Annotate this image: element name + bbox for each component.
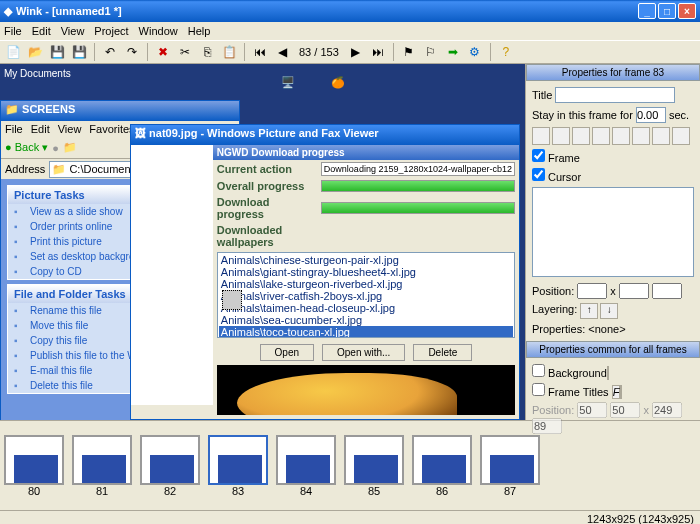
frametitles-checkbox[interactable] <box>532 383 545 396</box>
stay-input[interactable] <box>636 107 666 123</box>
thumb: 87 <box>480 435 540 497</box>
posy-input[interactable] <box>619 283 649 299</box>
tool-icon[interactable] <box>652 127 670 145</box>
canvas[interactable]: My Documents 🖥️ 🍊 📁 SCREENS File Edit Vi… <box>0 64 525 420</box>
menu-help[interactable]: Help <box>188 25 211 37</box>
posw-input[interactable] <box>652 283 682 299</box>
dl-item[interactable]: Animals\chinese-sturgeon-pair-xl.jpg <box>219 254 513 266</box>
titlebar: ◆ Wink - [unnamed1 *] _ □ × <box>0 0 700 22</box>
layer-down-button[interactable]: ↓ <box>600 303 618 319</box>
pos2-x[interactable] <box>577 402 607 418</box>
export-icon[interactable]: ➡ <box>444 43 462 61</box>
exp-menu-fav[interactable]: Favorites <box>89 123 134 135</box>
copy-icon[interactable]: ⎘ <box>198 43 216 61</box>
explorer-title: 📁 SCREENS <box>1 101 239 121</box>
frame-counter: 83 / 153 <box>295 46 343 58</box>
pos2-h[interactable] <box>532 418 562 434</box>
dl-item[interactable]: Animals\giant-stingray-bluesheet4-xl.jpg <box>219 266 513 278</box>
desktop-icon-1: 🖥️ <box>270 76 306 112</box>
prev-icon[interactable]: ◀ <box>273 43 291 61</box>
download-list[interactable]: Animals\chinese-sturgeon-pair-xl.jpg Ani… <box>217 252 515 338</box>
flag2-icon[interactable]: ⚐ <box>422 43 440 61</box>
menu-file[interactable]: File <box>4 25 22 37</box>
redo-icon[interactable]: ↷ <box>123 43 141 61</box>
app-title: Wink - [unnamed1 *] <box>16 5 122 17</box>
openwith-button[interactable]: Open with... <box>322 344 405 361</box>
minimize-button[interactable]: _ <box>638 3 656 19</box>
properties-value: <none> <box>588 323 625 335</box>
tool-icon[interactable] <box>612 127 630 145</box>
maximize-button[interactable]: □ <box>658 3 676 19</box>
menubar: File Edit View Project Window Help <box>0 22 700 40</box>
tool-icon[interactable] <box>572 127 590 145</box>
last-icon[interactable]: ⏭ <box>369 43 387 61</box>
statusbar: 1243x925 (1243x925) <box>0 510 700 524</box>
download-progressbar <box>321 202 515 214</box>
main-area: My Documents 🖥️ 🍊 📁 SCREENS File Edit Vi… <box>0 64 700 420</box>
frame-checkbox[interactable] <box>532 149 545 162</box>
exp-menu-edit[interactable]: Edit <box>31 123 50 135</box>
cursor-checkbox[interactable] <box>532 168 545 181</box>
toolbar: 📄 📂 💾 💾 ↶ ↷ ✖ ✂ ⎘ 📋 ⏮ ◀ 83 / 153 ▶ ⏭ ⚑ ⚐… <box>0 40 700 64</box>
delete-button[interactable]: Delete <box>413 344 472 361</box>
download-label: Download progress <box>217 196 317 220</box>
tool-icon[interactable] <box>672 127 690 145</box>
delete-icon[interactable]: ✖ <box>154 43 172 61</box>
overall-progressbar <box>321 180 515 192</box>
pos2-y[interactable] <box>610 402 640 418</box>
posx-input[interactable] <box>577 283 607 299</box>
undo-icon[interactable]: ↶ <box>101 43 119 61</box>
title-input[interactable] <box>555 87 675 103</box>
color-button[interactable] <box>620 385 622 399</box>
exp-menu-view[interactable]: View <box>58 123 82 135</box>
dl-item[interactable]: Animals\river-catfish-2boys-xl.jpg <box>219 290 513 302</box>
layer-up-button[interactable]: ↑ <box>580 303 598 319</box>
position-label: Position: <box>532 285 574 297</box>
new-icon[interactable]: 📄 <box>4 43 22 61</box>
frame-list-area[interactable] <box>532 187 694 277</box>
close-button[interactable]: × <box>678 3 696 19</box>
thumb-selected: 83 <box>208 435 268 497</box>
cut-icon[interactable]: ✂ <box>176 43 194 61</box>
pos2-w[interactable] <box>652 402 682 418</box>
menu-edit[interactable]: Edit <box>32 25 51 37</box>
save-icon[interactable]: 💾 <box>48 43 66 61</box>
paste-icon[interactable]: 📋 <box>220 43 238 61</box>
help-icon[interactable]: ? <box>497 43 515 61</box>
picviewer-left <box>131 145 213 405</box>
fwd-button[interactable]: ● <box>52 142 59 154</box>
dl-item[interactable]: Animals\sea-cucumber-xl.jpg <box>219 314 513 326</box>
menu-view[interactable]: View <box>61 25 85 37</box>
download-title: NGWD Download progress <box>213 145 519 160</box>
image-preview <box>217 365 515 415</box>
tool-icon[interactable] <box>592 127 610 145</box>
dl-item-selected[interactable]: Animals\toco-toucan-xl.jpg <box>219 326 513 338</box>
tool-icon[interactable] <box>632 127 650 145</box>
menu-window[interactable]: Window <box>139 25 178 37</box>
dl-item[interactable]: Animals\taimen-head-closeup-xl.jpg <box>219 302 513 314</box>
tool-icon[interactable] <box>552 127 570 145</box>
cursor-marker[interactable] <box>222 290 242 310</box>
thumb: 81 <box>72 435 132 497</box>
saveall-icon[interactable]: 💾 <box>70 43 88 61</box>
back-button[interactable]: ● Back ▾ <box>5 141 48 154</box>
address-label: Address <box>5 163 45 175</box>
render-icon[interactable]: ⚙ <box>466 43 484 61</box>
menu-project[interactable]: Project <box>94 25 128 37</box>
first-icon[interactable]: ⏮ <box>251 43 269 61</box>
dl-item[interactable]: Animals\lake-sturgeon-riverbed-xl.jpg <box>219 278 513 290</box>
exp-menu-file[interactable]: File <box>5 123 23 135</box>
thumb: 82 <box>140 435 200 497</box>
background-picker[interactable] <box>607 366 609 380</box>
picture-viewer-window: 🖼 nat09.jpg - Windows Picture and Fax Vi… <box>130 124 520 420</box>
tool-icon-row <box>532 127 694 145</box>
properties-label: Properties: <box>532 323 585 335</box>
flag1-icon[interactable]: ⚑ <box>400 43 418 61</box>
open-button[interactable]: Open <box>260 344 314 361</box>
open-icon[interactable]: 📂 <box>26 43 44 61</box>
next-icon[interactable]: ▶ <box>347 43 365 61</box>
tool-icon[interactable] <box>532 127 550 145</box>
background-checkbox[interactable] <box>532 364 545 377</box>
desktop-icon-2: 🍊 <box>320 76 356 112</box>
up-button[interactable]: 📁 <box>63 141 77 154</box>
